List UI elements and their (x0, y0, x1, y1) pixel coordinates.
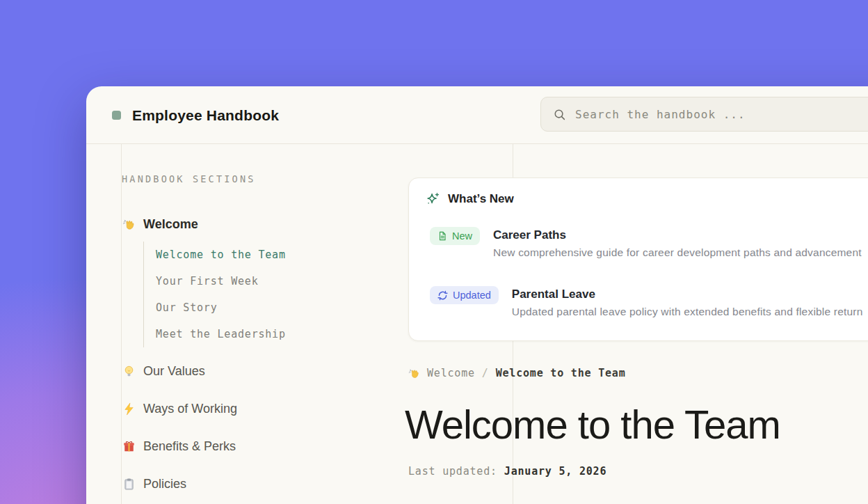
last-updated: Last updated:January 5, 2026 (408, 465, 606, 478)
badge-label: Updated (453, 290, 491, 301)
last-updated-label: Last updated: (408, 465, 497, 478)
refresh-icon (437, 290, 448, 301)
desktop-background: { "app": { "title": "Employee Handbook" … (0, 0, 868, 504)
app-header: Employee Handbook (86, 86, 868, 144)
updated-badge: Updated (430, 286, 499, 304)
breadcrumb: Welcome / Welcome to the Team (408, 366, 625, 380)
page-title: Welcome to the Team (405, 404, 780, 446)
lightbulb-icon (122, 365, 136, 378)
sidebar-subitem-our-story[interactable]: Our Story (156, 294, 286, 321)
last-updated-value: January 5, 2026 (504, 465, 606, 478)
clipboard-icon (122, 478, 136, 491)
whats-new-title: What’s New (448, 192, 514, 206)
sidebar-sublist-welcome: Welcome to the Team Your First Week Our … (143, 242, 286, 347)
gift-icon (122, 440, 136, 453)
sidebar: HANDBOOK SECTIONS Welcome Welcome to the… (122, 144, 400, 504)
handbook-window: Employee Handbook HANDBOOK SECTIONS Welc… (86, 86, 868, 504)
breadcrumb-current: Welcome to the Team (496, 367, 626, 379)
whats-new-header: What’s New (425, 191, 514, 207)
entry-title: Parental Leave (512, 288, 863, 301)
sidebar-section-label: HANDBOOK SECTIONS (122, 173, 256, 184)
search-box[interactable] (540, 97, 868, 132)
app-logo-icon (112, 111, 121, 120)
search-icon (553, 108, 566, 121)
sidebar-item-policies[interactable]: Policies (122, 475, 186, 493)
sidebar-item-label: Our Values (143, 364, 205, 379)
whats-new-entry-career-paths[interactable]: New Career Paths New comprehensive guide… (430, 227, 862, 259)
entry-description: New comprehensive guide for career devel… (493, 246, 862, 259)
whats-new-card: What’s New New Career Paths New comprehe… (408, 178, 868, 341)
entry-description: Updated parental leave policy with exten… (512, 306, 863, 318)
sidebar-item-ways-of-working[interactable]: Ways of Working (122, 400, 237, 418)
sidebar-item-label: Policies (143, 477, 186, 491)
breadcrumb-section[interactable]: Welcome (427, 367, 475, 379)
sidebar-item-our-values[interactable]: Our Values (122, 362, 205, 380)
entry-title: Career Paths (493, 228, 862, 242)
sidebar-item-welcome[interactable]: Welcome (122, 215, 198, 233)
sidebar-subitem-meet-the-leadership[interactable]: Meet the Leadership (156, 321, 286, 347)
breadcrumb-separator: / (482, 367, 489, 379)
lightning-bolt-icon (122, 402, 136, 416)
badge-label: New (452, 230, 472, 242)
app-title: Employee Handbook (132, 107, 279, 124)
new-badge: New (430, 227, 480, 245)
search-input[interactable] (575, 108, 868, 121)
sidebar-subitem-welcome-to-the-team[interactable]: Welcome to the Team (156, 242, 286, 268)
sidebar-subitem-your-first-week[interactable]: Your First Week (156, 268, 286, 294)
document-icon (437, 231, 447, 241)
sidebar-item-benefits-perks[interactable]: Benefits & Perks (122, 437, 236, 455)
sidebar-item-label: Ways of Working (143, 402, 237, 416)
whats-new-entry-parental-leave[interactable]: Updated Parental Leave Updated parental … (430, 286, 863, 318)
wave-hand-icon (408, 368, 420, 379)
sidebar-item-label: Benefits & Perks (143, 439, 236, 454)
wave-hand-icon (122, 218, 136, 231)
sparkles-icon (425, 191, 440, 207)
sidebar-item-label: Welcome (143, 217, 198, 232)
